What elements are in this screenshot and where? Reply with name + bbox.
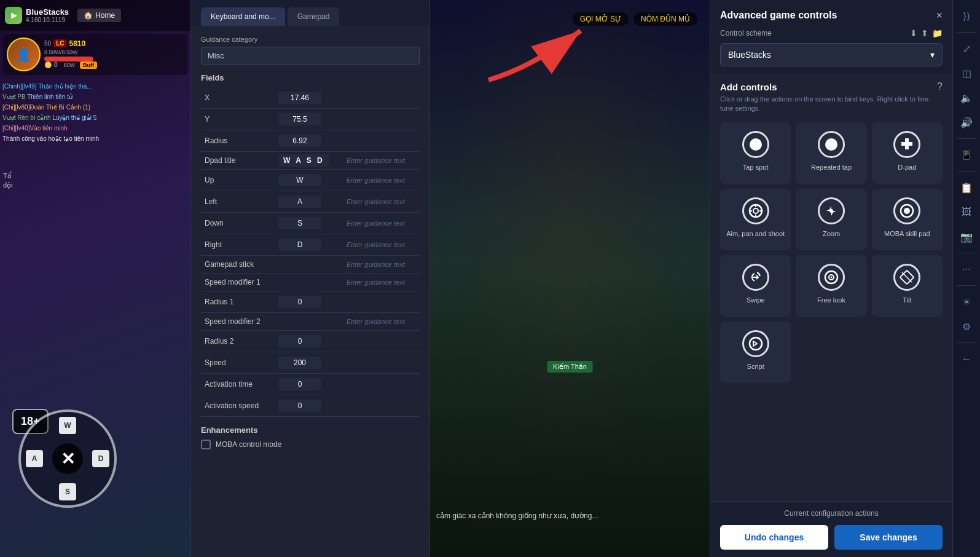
field-radius2-value: 0	[278, 335, 321, 347]
dpad-w-key[interactable]: W	[59, 417, 76, 434]
table-row: X 17.46	[201, 87, 420, 109]
control-free-look[interactable]: Free look	[796, 255, 866, 317]
tilt-label: Tilt	[903, 296, 911, 304]
sidebar-media-icon[interactable]: 🖼	[955, 201, 978, 223]
sidebar-brightness-icon[interactable]: ☀	[955, 291, 978, 313]
sidebar-settings-icon[interactable]: ⚙	[955, 315, 978, 338]
swipe-icon	[742, 264, 769, 291]
sidebar-screen-icon[interactable]: ◫	[955, 62, 978, 84]
sidebar-phone-icon[interactable]: 📱	[955, 144, 978, 166]
save-changes-button[interactable]: Save changes	[834, 525, 943, 550]
bluestacks-logo: ▶	[5, 7, 22, 24]
sidebar-more-icon[interactable]: ···	[955, 258, 978, 280]
folder-icon[interactable]: 📁	[932, 28, 943, 38]
field-left-value: A	[278, 196, 321, 208]
field-up-value: W	[278, 174, 321, 186]
sidebar-camera-icon[interactable]: 📷	[955, 226, 978, 248]
dpad-d-key[interactable]: D	[92, 450, 109, 467]
fields-label: Fields	[201, 73, 420, 82]
sidebar-volume-up-icon[interactable]: 🔊	[955, 111, 978, 133]
guidance-category-input[interactable]	[201, 47, 420, 65]
control-aim-pan-shoot[interactable]: Aim, pan and shoot	[720, 189, 791, 250]
moba-checkbox-row[interactable]: MOBA control mode	[201, 440, 420, 449]
stats-column: 50 LC 5810 8.50W/8.50W 🪙 0 60W Buff	[44, 39, 184, 70]
field-radius-value: 6.92	[278, 135, 321, 147]
buff-badge: Buff	[80, 61, 97, 69]
close-button[interactable]: ×	[936, 10, 943, 21]
to-label: Tổ	[3, 172, 12, 180]
hp-bar	[44, 57, 93, 61]
control-tap-spot[interactable]: Tap spot	[720, 122, 791, 184]
dpad-s-key[interactable]: S	[59, 483, 76, 500]
tab-keyboard[interactable]: Keyboard and mo...	[201, 7, 285, 26]
game-bottom-text: cảm giác xa cảnh không giống như xưa, dư…	[436, 512, 704, 520]
upload-icon[interactable]: ⬆	[921, 28, 928, 38]
moba-skill-pad-icon	[893, 197, 920, 224]
table-row: Right D Enter guidance text	[201, 234, 420, 256]
control-repeated-tap[interactable]: Repeated tap	[796, 122, 866, 184]
sidebar-separator-5	[957, 285, 976, 286]
zoom-label: Zoom	[823, 229, 840, 238]
sidebar-expand-icon[interactable]: ⤢	[955, 38, 978, 60]
coin-icon: 🪙	[44, 61, 52, 68]
sidebar-separator-6	[957, 342, 976, 343]
control-script[interactable]: Script	[720, 322, 791, 383]
chat-item: [Chinh][lv49] Thần thủ hiện thà...	[2, 82, 188, 91]
control-swipe[interactable]: Swipe	[720, 255, 791, 317]
item1-val: 0	[54, 61, 58, 68]
sidebar-collapse-icon[interactable]: ⟩⟩	[955, 5, 978, 27]
chat-item: Vượt PB Thiên linh tiên tử	[2, 93, 188, 101]
dpad-a-key[interactable]: A	[26, 450, 43, 467]
d-pad-label: D-pad	[898, 163, 916, 172]
dpad-circle[interactable]: ✕ W A S D	[18, 409, 117, 508]
scheme-dropdown[interactable]: BlueStacks ▾	[720, 43, 943, 66]
chat-item: Vượt Rèn bí cảnh Luyện thế giải 5	[2, 114, 188, 122]
moba-checkbox[interactable]	[201, 440, 211, 449]
right-panel-title: Advanced game controls	[720, 10, 837, 21]
guidance-category-label: Guidance category	[201, 36, 420, 43]
sidebar-back-icon[interactable]: ←	[955, 348, 978, 370]
dpad-center: ✕	[52, 443, 83, 474]
control-d-pad[interactable]: D-pad	[872, 122, 943, 184]
chat-item: [Chi][lv80]Đoàn Thế Bí Cảnh (1)	[2, 103, 188, 112]
field-down-value: S	[278, 217, 321, 229]
table-row: Y 75.5	[201, 109, 420, 130]
table-row: Activation speed 0	[201, 395, 420, 417]
control-zoom[interactable]: Zoom	[796, 189, 866, 250]
sidebar-separator-3	[957, 171, 976, 172]
d-pad-icon	[893, 131, 920, 158]
right-panel-header: Advanced game controls ×	[710, 0, 952, 28]
field-speed-value: 200	[278, 357, 321, 369]
controls-grid-row1: Tap spot Repeated tap D-pad	[720, 122, 943, 184]
fields-table: X 17.46 Y 75.5 Radius 6.92 Dpad title W …	[201, 87, 420, 417]
table-row: Left A Enter guidance text	[201, 191, 420, 213]
aim-pan-shoot-label: Aim, pan and shoot	[726, 229, 785, 238]
chevron-down-icon: ▾	[930, 50, 935, 60]
red-arrow	[482, 18, 593, 92]
player-stats: 👤 50 LC 5810 8.50W/8.50W 🪙 0 60W Buff	[3, 34, 187, 75]
sidebar-separator-4	[957, 253, 976, 253]
download-icon[interactable]: ⬇	[910, 28, 917, 38]
table-row: Activation time 0	[201, 374, 420, 395]
svg-point-1	[750, 138, 762, 151]
sidebar-calendar-icon[interactable]: 📋	[955, 176, 978, 199]
app-version: 4.160.10.1119	[26, 17, 69, 23]
dpad-overlay[interactable]: ✕ W A S D	[18, 409, 117, 508]
control-scheme-label: Control scheme ⬇ ⬆ 📁	[720, 28, 943, 38]
config-panel: Keyboard and mo... Gamepad Guidance cate…	[190, 0, 430, 557]
svg-point-2	[825, 138, 837, 151]
config-tabs: Keyboard and mo... Gamepad	[191, 0, 429, 26]
home-button[interactable]: 🏠 Home	[77, 9, 121, 22]
moba-checkbox-label: MOBA control mode	[216, 440, 281, 449]
svg-point-17	[750, 338, 762, 350]
control-moba-skill-pad[interactable]: MOBA skill pad	[872, 189, 943, 250]
sidebar-volume-down-icon[interactable]: 🔈	[955, 87, 978, 109]
tab-gamepad[interactable]: Gamepad	[288, 7, 340, 26]
control-tilt[interactable]: Tilt	[872, 255, 943, 317]
game-header: ▶ BlueStacks 4.160.10.1119 🏠 Home	[0, 0, 190, 31]
undo-changes-button[interactable]: Undo changes	[720, 525, 828, 550]
aim-pan-shoot-icon	[742, 197, 769, 224]
field-right-value: D	[278, 239, 321, 251]
field-y-value: 75.5	[278, 113, 321, 125]
help-button[interactable]: ?	[937, 81, 943, 92]
